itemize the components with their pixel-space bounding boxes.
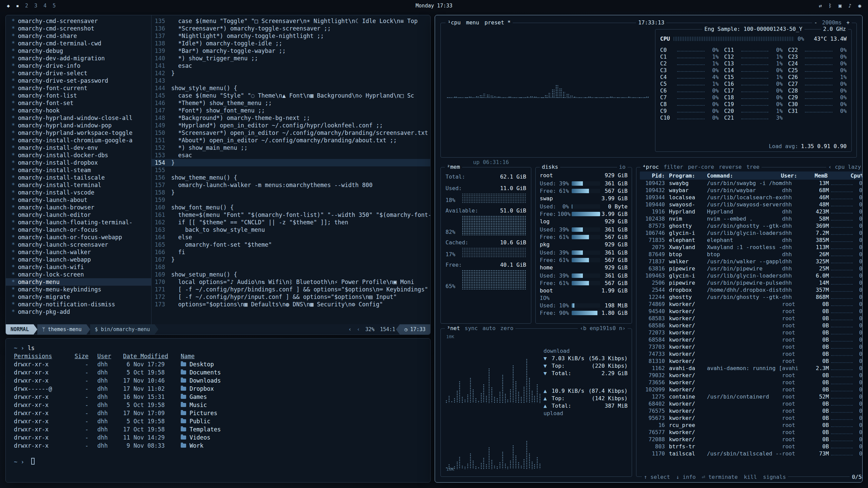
workspace-icon[interactable]: ◆ (7, 3, 10, 9)
process-row[interactable]: 81310 kworker/ root 0B 0.0 (640, 358, 863, 365)
workspace-number[interactable]: 5 (53, 3, 56, 9)
process-row[interactable]: 2544 dropbox /home/dhh/.dropbox-dist dhh… (640, 286, 863, 293)
file-item[interactable]: * omarchy-migrate (6, 293, 151, 301)
file-item[interactable]: * omarchy-launch-or-focus (6, 226, 151, 233)
clock[interactable]: Monday 17:33 (416, 3, 452, 9)
proc-footer-action[interactable]: ↑ select (644, 474, 670, 480)
file-item[interactable]: * omarchy-menu-keybindings (6, 286, 151, 293)
file-item[interactable]: * omarchy-launch-about (6, 196, 151, 204)
workspace-icon[interactable]: ▪ (16, 3, 19, 9)
process-row[interactable]: 2506 pipewire /usr/bin/pipewire-pulse dh… (640, 279, 863, 286)
proc-option[interactable]: per-core (688, 164, 714, 170)
process-row[interactable]: 63816 pipewire /usr/bin/pipewire dhh 25M… (640, 265, 863, 272)
terminal-window[interactable]: ~ › ls Permissions Size User Date Modifi… (5, 338, 431, 483)
file-item[interactable]: * omarchy-dev-add-migration (6, 55, 151, 62)
proc-option[interactable]: filter (664, 164, 683, 170)
tray-icon[interactable]: ◉ (858, 3, 861, 9)
file-item[interactable]: * omarchy-debug (6, 47, 151, 55)
process-row[interactable]: 73656 kworker/ root 0B 0.0 (640, 379, 863, 386)
process-row[interactable]: 68583 kworker/ root 0B 0.0 (640, 315, 863, 322)
process-row[interactable]: 109423 swaybg /usr/bin/swaybg -i /hom dh… (640, 180, 863, 187)
file-item[interactable]: * omarchy-font-current (6, 84, 151, 92)
workspace-number[interactable]: 4 (43, 3, 46, 9)
memory-title[interactable]: ²mem (447, 164, 460, 170)
process-row[interactable]: 72088 kworker/ root 0B 0.0 (640, 436, 863, 443)
header-program[interactable]: Program: (669, 172, 707, 179)
proc-footer-action[interactable]: ⏎ terminate (702, 474, 738, 480)
file-item[interactable]: * omarchy-launch-webapp (6, 256, 151, 263)
tray-icon[interactable]: ▣ (839, 3, 842, 9)
file-item[interactable]: * omarchy-font-list (6, 92, 151, 99)
interval-plus-button[interactable]: + (846, 20, 850, 26)
proc-option[interactable]: reverse (719, 164, 742, 170)
process-row[interactable]: 803 btrfs-tr root 0B 0.0 (640, 443, 863, 450)
process-row[interactable]: 68584 kworker/ root 0B 0.0 (640, 336, 863, 343)
process-row[interactable]: 79032 kworker/ root 0B 0.0 (640, 372, 863, 379)
net-option[interactable]: auto (482, 325, 496, 331)
file-item[interactable]: * omarchy-install-dropbox (6, 159, 151, 166)
file-item[interactable]: * omarchy-install-terminal (6, 181, 151, 189)
file-item[interactable]: * omarchy-font-set (6, 99, 151, 107)
net-title[interactable]: ³net (447, 325, 460, 331)
process-row[interactable]: 68402 kworker/ root 0B 0.0 (640, 400, 863, 407)
btop-tab[interactable]: menu (466, 20, 479, 26)
file-item[interactable]: * omarchy-launch-walker (6, 248, 151, 256)
process-row[interactable]: 2075 Xwayland Xwayland :1 -rootless - dh… (640, 244, 863, 251)
process-row[interactable]: 76575 kworker/ root 0B 0.0 (640, 407, 863, 414)
file-item[interactable]: * omarchy-launch-editor (6, 211, 151, 219)
process-row[interactable]: 1162 avahi-da avahi-daemon: running [ av… (640, 365, 863, 372)
file-item[interactable]: * omarchy-launch-wifi (6, 263, 151, 271)
process-row[interactable]: 109344 localsea /usr/lib/localsearch-ex … (640, 194, 863, 201)
file-item[interactable]: * omarchy-drive-set-password (6, 77, 151, 84)
process-row[interactable]: 87573 ghostty /usr/bin/ghostty --gtk- dh… (640, 222, 863, 229)
file-item[interactable]: * omarchy-install-docker-dbs (6, 151, 151, 159)
tray-icon[interactable]: ᛒ (829, 3, 832, 9)
process-row[interactable]: 72073 kworker/ root 0B 0.0 (640, 329, 863, 336)
file-item[interactable]: * omarchy-cmd-screenshot (6, 25, 151, 32)
process-row[interactable]: 71835 elephant elephant dhh 385M 0.0 (640, 237, 863, 244)
process-row[interactable]: 102099 kworker/ root 0B 0.0 (640, 386, 863, 393)
net-option[interactable]: sync (465, 325, 478, 331)
interval-minus-button[interactable]: - (814, 20, 817, 26)
file-item[interactable]: * omarchy-menu (6, 278, 151, 286)
file-item[interactable]: * omarchy-install-vscode (6, 189, 151, 196)
file-item[interactable]: * omarchy-hyprland-workspace-toggle (6, 129, 151, 137)
io-mode-label[interactable]: io (619, 164, 626, 170)
header-pid[interactable]: Pid: (640, 172, 669, 179)
process-row[interactable]: 95673 kworker/ root 0B 0.0 (640, 414, 863, 422)
process-row[interactable]: 73703 kworker/ root 0B 0.0 (640, 343, 863, 350)
process-row[interactable]: 12244 ghostty /usr/bin/ghostty --gtk- dh… (640, 293, 863, 301)
process-row[interactable]: 106746 glycin-i /usr/lib/glycin-loaders … (640, 229, 863, 237)
process-row[interactable]: 76577 kworker/ root 0B 0.0 (640, 429, 863, 436)
file-item[interactable]: * omarchy-hyprland-window-close-all (6, 114, 151, 122)
file-item[interactable]: * omarchy-lock-screen (6, 271, 151, 278)
process-row[interactable]: 74869 kworker/ root 0B 0.0 (640, 301, 863, 308)
proc-title[interactable]: ⁴proc (643, 164, 659, 170)
disks-title[interactable]: disks (542, 164, 558, 170)
process-row[interactable]: 68586 kworker/ root 0B 0.0 (640, 322, 863, 329)
header-user[interactable]: User: (781, 172, 807, 179)
btop-tab[interactable]: preset * (485, 20, 511, 26)
file-item[interactable]: * omarchy-launch-or-focus-webapp (6, 233, 151, 241)
process-row[interactable]: 102438 nvim nvim --embed . dhh 58M 0.0 (640, 215, 863, 222)
file-item[interactable]: * omarchy-drive-select (6, 69, 151, 77)
file-item[interactable]: * omarchy-launch-screensaver (6, 241, 151, 248)
tray-icon[interactable]: ♪ (848, 3, 851, 9)
process-row[interactable]: 109432 waybar /usr/bin/waybar dhh 68M 0.… (640, 187, 863, 194)
file-item[interactable]: * omarchy-cmd-terminal-cwd (6, 40, 151, 47)
file-item[interactable]: * omarchy-hook (6, 107, 151, 114)
file-item[interactable]: * omarchy-install-steam (6, 166, 151, 174)
code-pane[interactable]: 135 case $(menu "Toggle" "□ Screensaver\… (152, 15, 430, 324)
tray-icon[interactable]: ⇄ (819, 3, 822, 9)
net-option[interactable]: zero (500, 325, 514, 331)
process-row[interactable]: 1275 containe /usr/bin/containerd root 5… (640, 393, 863, 400)
file-item[interactable]: * omarchy-hyprland-window-pop (6, 122, 151, 129)
file-item[interactable]: * omarchy-pkg-add (6, 308, 151, 316)
file-item[interactable]: * omarchy-install-dev-env (6, 144, 151, 151)
process-row[interactable]: 74733 kworker/ root 0B 0.0 (640, 350, 863, 358)
process-row[interactable]: 71837 walker /usr/bin/walker --gappl dhh… (640, 258, 863, 265)
proc-footer-action[interactable]: kill (744, 474, 757, 480)
interface-selector[interactable]: ‹b enp191s0 n› (580, 325, 626, 331)
file-item[interactable]: * omarchy-launch-browser (6, 204, 151, 211)
file-item[interactable]: * omarchy-launch-floating-terminal- (6, 219, 151, 226)
